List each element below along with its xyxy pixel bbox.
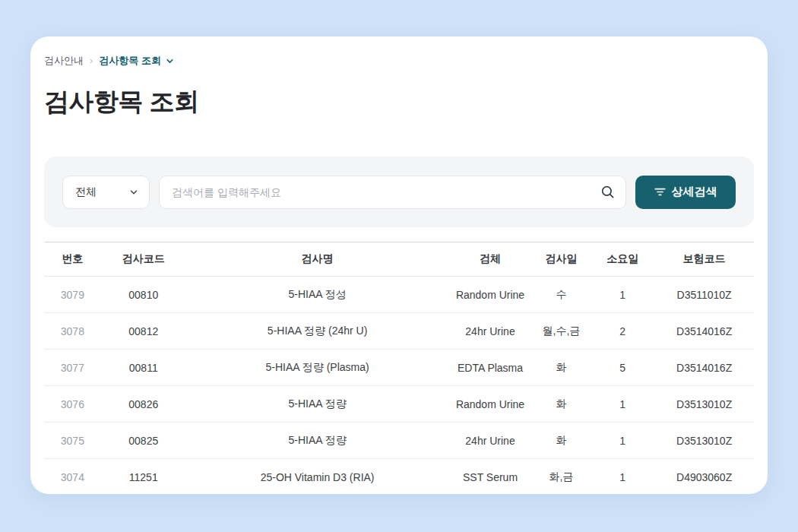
search-panel: 전체 상세검색 [44, 157, 754, 227]
table-body: 3079008105-HIAA 정성Random Urine수1D3511010… [44, 277, 754, 495]
header-specimen: 검체 [448, 242, 531, 277]
cell-test-code: 00810 [101, 277, 186, 313]
cell-number: 3076 [44, 386, 101, 423]
table-row[interactable]: 3079008105-HIAA 정성Random Urine수1D3511010… [44, 277, 754, 313]
cell-number: 3075 [44, 423, 101, 459]
cell-specimen: 24hr Urine [448, 423, 531, 459]
cell-test-code: 00811 [101, 350, 186, 386]
detail-search-label: 상세검색 [672, 185, 717, 199]
header-turnaround: 소요일 [591, 242, 654, 277]
cell-test-name: 5-HIAA 정량 [186, 423, 449, 459]
chevron-down-icon [129, 188, 138, 197]
breadcrumb-separator: › [90, 55, 93, 67]
table-row[interactable]: 3077008115-HIAA 정량 (Plasma)EDTA Plasma화5… [44, 350, 754, 386]
table-row[interactable]: 3078008125-HIAA 정량 (24hr U)24hr Urine월,수… [44, 313, 754, 350]
breadcrumb-item-parent[interactable]: 검사안내 [44, 55, 84, 67]
cell-test-name: 5-HIAA 정량 (24hr U) [186, 313, 449, 350]
cell-test-code: 11251 [101, 459, 186, 495]
table-row[interactable]: 3076008265-HIAA 정량Random Urine화1D3513010… [44, 386, 754, 423]
table-row[interactable]: 30741125125-OH Vitamin D3 (RIA)SST Serum… [44, 459, 754, 495]
table-header-row: 번호 검사코드 검사명 검체 검사일 소요일 보험코드 [44, 242, 754, 277]
content-card: 검사안내 › 검사항목 조회 검사항목 조회 전체 상세검색 [30, 36, 768, 494]
cell-test-name: 5-HIAA 정량 [186, 386, 449, 423]
cell-test-day: 월,수,금 [532, 313, 591, 350]
cell-insurance-code: D3511010Z [654, 277, 754, 313]
cell-test-day: 화,금 [532, 459, 591, 495]
header-test-code: 검사코드 [101, 242, 186, 277]
cell-turnaround: 2 [591, 313, 654, 350]
cell-turnaround: 1 [591, 423, 654, 459]
cell-test-day: 화 [532, 423, 591, 459]
search-input-wrapper [159, 176, 626, 209]
cell-number: 3079 [44, 277, 101, 313]
header-test-name: 검사명 [186, 242, 449, 277]
page-title: 검사항목 조회 [44, 87, 754, 117]
table-row[interactable]: 3075008255-HIAA 정량24hr Urine화1D3513010Z [44, 423, 754, 459]
results-table: 번호 검사코드 검사명 검체 검사일 소요일 보험코드 3079008105-H… [44, 242, 754, 494]
cell-turnaround: 5 [591, 350, 654, 386]
cell-test-code: 00812 [101, 313, 186, 350]
cell-insurance-code: D3514016Z [654, 313, 754, 350]
header-insurance-code: 보험코드 [654, 242, 754, 277]
detail-search-button[interactable]: 상세검색 [635, 176, 736, 209]
category-dropdown[interactable]: 전체 [62, 176, 150, 209]
filter-icon [654, 187, 666, 197]
cell-test-name: 5-HIAA 정성 [186, 277, 449, 313]
cell-test-name: 5-HIAA 정량 (Plasma) [186, 350, 449, 386]
cell-turnaround: 1 [591, 459, 654, 495]
breadcrumb: 검사안내 › 검사항목 조회 [44, 55, 754, 67]
cell-insurance-code: D3513010Z [654, 386, 754, 423]
header-test-day: 검사일 [532, 242, 591, 277]
cell-specimen: Random Urine [448, 386, 531, 423]
category-dropdown-value: 전체 [75, 185, 97, 199]
search-input[interactable] [172, 186, 600, 198]
cell-test-day: 화 [532, 350, 591, 386]
search-icon[interactable] [600, 185, 615, 199]
cell-specimen: SST Serum [448, 459, 531, 495]
cell-number: 3078 [44, 313, 101, 350]
cell-number: 3077 [44, 350, 101, 386]
breadcrumb-item-current[interactable]: 검사항목 조회 [99, 55, 161, 67]
cell-test-code: 00826 [101, 386, 186, 423]
cell-test-day: 수 [532, 277, 591, 313]
cell-insurance-code: D3513010Z [654, 423, 754, 459]
cell-test-code: 00825 [101, 423, 186, 459]
cell-specimen: EDTA Plasma [448, 350, 531, 386]
cell-turnaround: 1 [591, 277, 654, 313]
chevron-down-icon[interactable] [166, 57, 174, 65]
cell-test-day: 화 [532, 386, 591, 423]
cell-specimen: Random Urine [448, 277, 531, 313]
cell-specimen: 24hr Urine [448, 313, 531, 350]
cell-insurance-code: D4903060Z [654, 459, 754, 495]
header-number: 번호 [44, 242, 101, 277]
cell-turnaround: 1 [591, 386, 654, 423]
cell-insurance-code: D3514016Z [654, 350, 754, 386]
cell-number: 3074 [44, 459, 101, 495]
cell-test-name: 25-OH Vitamin D3 (RIA) [186, 459, 449, 495]
